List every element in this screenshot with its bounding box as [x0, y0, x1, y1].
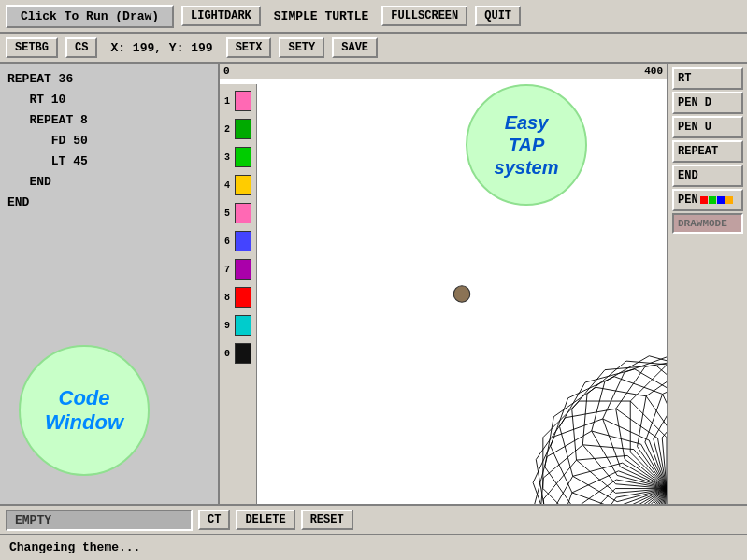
click-to-run-button[interactable]: Click To Run (Draw) [6, 5, 174, 28]
rt-button[interactable]: RT [672, 67, 743, 90]
quit-button[interactable]: QUIT [475, 6, 521, 26]
end-button[interactable]: END [672, 165, 743, 187]
code-panel: REPEAT 36 RT 10 REPEAT 8 FD 50 LT 45 END… [0, 64, 220, 504]
code-line-6: END [7, 172, 210, 193]
color-swatch-3[interactable] [235, 147, 251, 167]
pen-d-button[interactable]: PEN D [672, 92, 743, 114]
palette-num-7: 7 [222, 265, 233, 275]
palette-num-0: 0 [222, 349, 233, 359]
palette-row-1[interactable]: 1 [222, 88, 254, 114]
color-swatch-8[interactable] [235, 287, 251, 308]
color-swatch-7[interactable] [235, 259, 251, 280]
palette-row-8[interactable]: 8 [222, 284, 254, 310]
delete-button[interactable]: DELETE [236, 510, 294, 530]
top-toolbar: Click To Run (Draw) LIGHTDARK SIMPLE TUR… [0, 0, 747, 34]
palette-column: 1 2 3 4 5 6 7 8 9 0 [220, 84, 257, 504]
color-swatch-0[interactable] [235, 343, 251, 364]
setbg-button[interactable]: SETBG [6, 37, 58, 58]
color-swatch-5[interactable] [235, 203, 251, 223]
reset-button[interactable]: RESET [301, 510, 353, 530]
drawmode-button[interactable]: DRAWMODE [672, 213, 743, 234]
pen-color-green [709, 196, 716, 204]
code-window-text: CodeWindow [45, 386, 123, 436]
palette-row-7[interactable]: 7 [222, 256, 254, 282]
repeat-button[interactable]: REPEAT [672, 140, 743, 163]
palette-num-1: 1 [222, 96, 233, 107]
flower-path-29 [554, 471, 667, 504]
status-bar: Changeing theme... [0, 534, 747, 560]
canvas-area: 0 400 1 2 3 4 5 6 7 8 9 [220, 64, 668, 504]
palette-row-0[interactable]: 0 [222, 340, 254, 366]
palette-num-6: 6 [222, 237, 233, 247]
palette-num-2: 2 [222, 124, 233, 135]
right-panel: RT PEN D PEN U REPEAT END PEN DRAWMODE [668, 64, 747, 504]
drawing-svg [257, 84, 667, 504]
drawing-canvas[interactable] [257, 84, 667, 504]
ct-button[interactable]: CT [198, 510, 230, 530]
code-line-1: REPEAT 36 [7, 69, 210, 90]
setx-button[interactable]: SETX [226, 37, 272, 58]
code-line-7: END [7, 193, 210, 213]
pen-label: PEN [678, 194, 698, 207]
color-swatch-6[interactable] [235, 231, 251, 251]
center-dot-top [455, 288, 467, 300]
bottom-toolbar: CT DELETE RESET [0, 504, 747, 534]
code-line-4: FD 50 [7, 131, 210, 151]
pen-color-blue [717, 196, 725, 204]
easy-tap-bubble: EasyTAPsystem [466, 84, 587, 206]
palette-num-9: 9 [222, 321, 233, 331]
color-swatch-4[interactable] [235, 175, 251, 195]
code-line-2: RT 10 [7, 90, 210, 110]
status-message: Changeing theme... [9, 540, 140, 554]
simple-turtle-label: SIMPLE TURTLE [268, 7, 374, 25]
flower-path-33 [534, 431, 667, 504]
easy-tap-text: EasyTAPsystem [495, 111, 559, 179]
palette-row-5[interactable]: 5 [222, 200, 254, 226]
flower-path-9 [630, 365, 667, 488]
palette-row-2[interactable]: 2 [222, 116, 254, 142]
palette-row-4[interactable]: 4 [222, 172, 254, 198]
code-window-bubble: CodeWindow [19, 345, 150, 476]
palette-row-3[interactable]: 3 [222, 144, 254, 170]
coords-display: X: 199, Y: 199 [105, 39, 218, 57]
canvas-ruler: 0 400 [220, 64, 667, 79]
color-swatch-2[interactable] [235, 119, 251, 139]
pen-color-orange [725, 196, 733, 204]
palette-num-3: 3 [222, 152, 233, 163]
color-swatch-9[interactable] [235, 315, 251, 336]
palette-row-9[interactable]: 9 [222, 312, 254, 338]
pen-color-red [700, 196, 708, 204]
code-line-3: REPEAT 8 [7, 110, 210, 131]
pen-button[interactable]: PEN [672, 189, 743, 211]
fullscreen-button[interactable]: FULLSCREEN [381, 6, 467, 26]
second-toolbar: SETBG CS X: 199, Y: 199 SETX SETY SAVE [0, 34, 747, 64]
flower-path-1 [545, 387, 667, 504]
cs-button[interactable]: CS [65, 37, 97, 58]
main-area: REPEAT 36 RT 10 REPEAT 8 FD 50 LT 45 END… [0, 64, 747, 504]
color-swatch-1[interactable] [235, 91, 251, 111]
pen-u-button[interactable]: PEN U [672, 116, 743, 138]
flower-path-32 [539, 445, 667, 504]
sety-button[interactable]: SETY [279, 37, 324, 58]
ruler-left: 0 [223, 65, 230, 77]
empty-input[interactable] [6, 510, 193, 531]
ruler-right: 400 [644, 65, 663, 77]
palette-num-8: 8 [222, 293, 233, 303]
palette-num-4: 4 [222, 180, 233, 191]
code-line-5: LT 45 [7, 151, 210, 172]
palette-row-6[interactable]: 6 [222, 228, 254, 254]
palette-num-5: 5 [222, 208, 233, 219]
pen-colors [700, 196, 733, 204]
lightdark-button[interactable]: LIGHTDARK [181, 6, 261, 26]
save-button[interactable]: SAVE [332, 37, 378, 58]
